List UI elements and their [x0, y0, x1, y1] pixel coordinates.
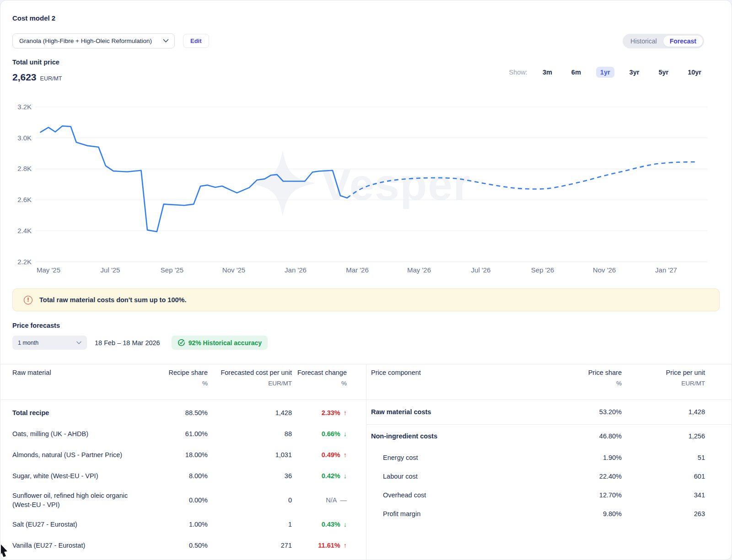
- price-per-unit-value: 51: [622, 454, 705, 461]
- show-option-3m[interactable]: 3m: [538, 67, 556, 78]
- raw-material-row: Total recipe88.50%1,4282.33%↑: [12, 402, 347, 423]
- forecast-period-dropdown[interactable]: 1 month: [12, 336, 87, 350]
- arrow-up-icon: ↑: [344, 409, 347, 416]
- forecasted-cost-value: 1,031: [208, 451, 292, 459]
- vesper-watermark: Vesper: [250, 150, 471, 216]
- x-tick-label: Mar '26: [346, 266, 369, 274]
- price-component-name: Overhead cost: [371, 491, 558, 499]
- y-tick-label: 3.2K: [17, 103, 32, 111]
- cost-model-card: Cost model 2 Granola (High-Fibre + High-…: [0, 0, 732, 560]
- price-share-value: 12.70%: [558, 491, 622, 499]
- x-tick-label: Jan '26: [285, 266, 307, 274]
- edit-button[interactable]: Edit: [183, 34, 209, 48]
- show-range-options: 3m6m1yr3yr5yr10yr: [538, 67, 705, 78]
- col-price-share: Price share%: [558, 369, 622, 400]
- price-component-row: Raw material costs53.20%1,428: [371, 400, 705, 424]
- accuracy-badge-text: 92% Historical accuracy: [188, 339, 262, 347]
- col-raw-material: Raw material: [12, 369, 150, 400]
- price-component-row: Overhead cost12.70%341: [371, 485, 705, 504]
- recipe-share-value: 88.50%: [150, 409, 208, 416]
- mouse-cursor: [0, 543, 11, 560]
- chevron-down-icon: [76, 341, 81, 345]
- price-component-name: Profit margin: [371, 510, 558, 517]
- show-option-3yr[interactable]: 3yr: [625, 67, 644, 78]
- raw-material-name: Sugar, white (West-EU - VPI): [12, 471, 150, 480]
- alert-circle-icon: !: [24, 296, 32, 304]
- price-component-row: Non-ingredient costs46.80%1,256: [371, 424, 705, 448]
- warning-banner: ! Total raw material costs don't sum up …: [12, 288, 720, 311]
- x-tick-label: Sep '26: [531, 266, 554, 274]
- forecast-change-value: N/A—: [292, 496, 347, 504]
- toggle-forecast[interactable]: Forecast: [663, 36, 703, 47]
- arrow-down-icon: ↓: [344, 521, 347, 528]
- recipe-share-value: 0.00%: [150, 496, 208, 504]
- show-option-6m[interactable]: 6m: [567, 67, 585, 78]
- price-forecasts-heading: Price forecasts: [12, 322, 60, 329]
- raw-material-row: Vanilla (EU27 - Eurostat)0.50%27111.61%↑: [12, 535, 347, 556]
- arrow-up-icon: ↑: [344, 451, 347, 459]
- raw-material-name: Oats, milling (UK - AHDB): [12, 429, 150, 438]
- forecast-change-value: 11.61%↑: [292, 542, 347, 549]
- forecast-change-value: 0.42%↓: [292, 472, 347, 480]
- arrow-down-icon: ↓: [344, 430, 347, 437]
- price-share-value: 46.80%: [558, 432, 622, 440]
- raw-material-name: Salt (EU27 - Eurostat): [12, 520, 150, 529]
- price-component-table-body: Raw material costs53.20%1,428Non-ingredi…: [371, 400, 705, 523]
- recipe-share-value: 1.00%: [150, 521, 208, 528]
- price-chart[interactable]: Vesper3.2K3.0K2.8K2.6K2.4K2.2KMay '25Jul…: [0, 88, 732, 283]
- price-share-value: 9.80%: [558, 510, 622, 517]
- price-per-unit-value: 1,428: [622, 408, 705, 416]
- y-tick-label: 2.2K: [17, 258, 32, 266]
- price-per-unit-value: 263: [622, 510, 705, 517]
- show-option-10yr[interactable]: 10yr: [684, 67, 705, 78]
- raw-material-row: Almonds, natural (US - Partner Price)18.…: [12, 444, 347, 465]
- x-tick-label: Jul '25: [101, 266, 120, 274]
- raw-material-name: Almonds, natural (US - Partner Price): [12, 450, 150, 459]
- forecasted-cost-value: 0: [208, 496, 292, 504]
- raw-material-row: Sunflower oil, refined high oleic organi…: [12, 486, 347, 514]
- model-dropdown-value: Granola (High-Fibre + High-Oleic Reformu…: [19, 37, 152, 44]
- forecasted-cost-value: 271: [208, 542, 292, 549]
- warning-text: Total raw material costs don't sum up to…: [39, 296, 186, 304]
- target-check-icon: [178, 339, 185, 347]
- col-forecasted-cost: Forecasted cost per unitEUR/MT: [208, 369, 292, 400]
- raw-material-table-header: Raw material Recipe share% Forecasted co…: [12, 364, 347, 400]
- toggle-historical[interactable]: Historical: [624, 36, 663, 47]
- col-price-per-unit: Price per unitEUR/MT: [622, 369, 705, 400]
- forecast-change-value: 0.43%↓: [292, 521, 347, 528]
- forecasted-cost-value: 1: [208, 521, 292, 528]
- price-share-value: 22.40%: [558, 473, 622, 480]
- x-tick-label: Nov '26: [593, 266, 616, 274]
- forecast-period-value: 1 month: [18, 340, 38, 346]
- x-tick-label: Jul '26: [471, 266, 491, 274]
- col-forecast-change: Forecast change%: [292, 369, 347, 400]
- raw-material-name: Vanilla (EU27 - Eurostat): [12, 541, 150, 550]
- recipe-share-value: 18.00%: [150, 451, 208, 459]
- price-component-name: Raw material costs: [371, 408, 558, 416]
- forecast-change-value: 2.33%↑: [292, 409, 347, 416]
- raw-material-row: Salt (EU27 - Eurostat)1.00%10.43%↓: [12, 514, 347, 535]
- forecasted-cost-value: 1,428: [208, 409, 292, 416]
- price-component-row: Profit margin9.80%263: [371, 504, 705, 523]
- forecasted-cost-value: 88: [208, 430, 292, 437]
- model-dropdown[interactable]: Granola (High-Fibre + High-Oleic Reformu…: [12, 33, 175, 48]
- show-range-control: Show: 3m6m1yr3yr5yr10yr: [509, 67, 705, 78]
- x-tick-label: Jan '27: [655, 266, 677, 274]
- total-unit-price-unit: EUR/MT: [40, 75, 62, 82]
- raw-material-name: Sunflower oil, refined high oleic organi…: [12, 491, 150, 510]
- price-per-unit-value: 601: [622, 473, 705, 480]
- raw-material-table-body: Total recipe88.50%1,4282.33%↑Oats, milli…: [12, 402, 347, 556]
- show-option-5yr[interactable]: 5yr: [654, 67, 673, 78]
- recipe-share-value: 0.50%: [150, 542, 208, 549]
- historical-line: [41, 126, 347, 232]
- price-forecasts-controls: 1 month 18 Feb – 18 Mar 2026 92% Histori…: [12, 336, 268, 350]
- show-option-1yr[interactable]: 1yr: [596, 67, 614, 78]
- arrow-up-icon: ↑: [344, 542, 347, 549]
- raw-material-name: Total recipe: [12, 408, 150, 417]
- price-component-row: Labour cost22.40%601: [371, 467, 705, 485]
- chevron-down-icon: [163, 39, 169, 43]
- tables-vertical-divider: [366, 364, 366, 560]
- raw-material-row: Sugar, white (West-EU - VPI)8.00%360.42%…: [12, 465, 347, 486]
- price-share-value: 1.90%: [558, 454, 622, 461]
- y-tick-label: 2.8K: [17, 165, 32, 172]
